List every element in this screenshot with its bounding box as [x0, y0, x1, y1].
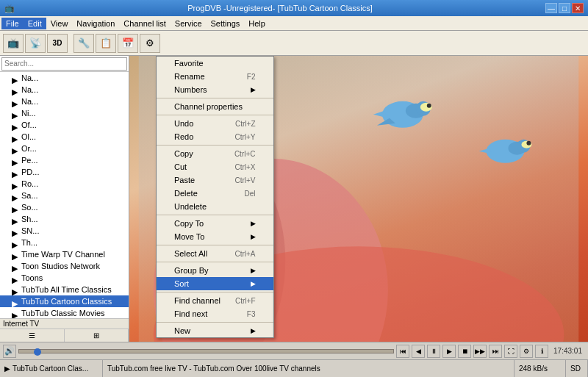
channel-icon: ▶ — [12, 215, 19, 223]
list-item[interactable]: ▶Sh... — [0, 213, 129, 225]
list-item[interactable]: ▶Na... — [0, 96, 129, 107]
prev-button[interactable]: ◀ — [412, 345, 425, 358]
ctx-label: Select All — [174, 249, 207, 258]
tb-playlist-button[interactable]: 📋 — [96, 34, 116, 53]
ctx-cut[interactable]: Cut Ctrl+X — [157, 160, 273, 173]
info-button[interactable]: ℹ — [535, 345, 548, 358]
ctx-label: Undelete — [174, 202, 207, 211]
menu-settings[interactable]: Settings — [207, 18, 245, 29]
ctx-arrow: ▶ — [251, 267, 256, 274]
ctx-sep — [157, 262, 273, 262]
menu-view[interactable]: View — [46, 18, 73, 29]
ctx-paste[interactable]: Paste Ctrl+V — [157, 173, 273, 187]
list-item[interactable]: ▶Of... — [0, 119, 129, 131]
list-item[interactable]: ▶Time Warp TV Channel — [0, 248, 129, 260]
list-item[interactable]: ▶Pe... — [0, 154, 129, 166]
menu-navigation[interactable]: Navigation — [72, 18, 119, 29]
status-channel: ▶ TubTub Cartoon Clas... — [0, 360, 103, 377]
list-item[interactable]: ▶Ni... — [0, 107, 129, 119]
ctx-undelete[interactable]: Undelete — [157, 200, 273, 213]
tb-antenna-button[interactable]: 📡 — [25, 34, 46, 53]
pause-button[interactable]: ⏸ — [427, 345, 440, 358]
ctx-delete[interactable]: Delete Del — [157, 187, 273, 200]
menu-bar: File Edit View Navigation Channel list S… — [0, 16, 588, 31]
list-item[interactable]: ▶Or... — [0, 143, 129, 154]
status-description: TubTub.com free live TV - TubTub.com Ove… — [103, 360, 514, 377]
channel-icon: ▶ — [12, 251, 19, 258]
next-button[interactable]: ▶▶ — [473, 345, 487, 358]
menu-service[interactable]: Service — [171, 18, 207, 29]
progress-thumb[interactable] — [34, 348, 41, 356]
menu-help[interactable]: Help — [244, 18, 270, 29]
fullscreen-button[interactable]: ⛶ — [504, 345, 517, 358]
ctx-numbers[interactable]: Numbers ▶ — [157, 83, 273, 96]
minimize-button[interactable]: — — [545, 3, 557, 13]
menu-file[interactable]: File — [1, 18, 24, 29]
ctx-sort[interactable]: Sort ▶ Unsort By Caption By Number — [157, 277, 273, 290]
menu-channel-list[interactable]: Channel list — [119, 18, 170, 29]
volume-button[interactable]: 🔊 — [3, 345, 16, 358]
list-item[interactable]: ▶Sa... — [0, 190, 129, 201]
ctx-select-all[interactable]: Select All Ctrl+A — [157, 247, 273, 260]
list-item[interactable]: ▶Th... — [0, 237, 129, 248]
ctx-arrow: ▶ — [251, 233, 256, 240]
list-item-selected[interactable]: ▶TubTub Cartoon Classics — [0, 295, 129, 307]
tb-tv-button[interactable]: 📺 — [3, 34, 24, 53]
play-button[interactable]: ▶ — [442, 345, 456, 358]
ctx-label: Copy — [174, 149, 193, 158]
sidebar-icon-grid[interactable]: ⊞ — [65, 329, 129, 342]
ctx-new[interactable]: New ▶ — [157, 324, 273, 337]
ctx-channel-props[interactable]: Channel properties — [157, 100, 273, 113]
list-item[interactable]: ▶Ol... — [0, 131, 129, 143]
sort-submenu: Unsort By Caption By Number ✓ By Type an… — [273, 277, 274, 338]
settings2-button[interactable]: ⚙ — [520, 345, 533, 358]
ctx-group-by[interactable]: Group By ▶ — [157, 264, 273, 277]
ctx-rename[interactable]: Rename F2 — [157, 70, 273, 83]
next-next-button[interactable]: ⏭ — [489, 345, 502, 358]
stop-button[interactable]: ⏹ — [458, 345, 471, 358]
menu-edit[interactable]: Edit — [24, 18, 46, 29]
channel-icon: ▶ — [12, 180, 19, 187]
channel-icon: ▶ — [12, 262, 19, 270]
list-item[interactable]: ▶TubTub All Time Classics — [0, 284, 129, 295]
channel-icon: ▶ — [12, 74, 19, 82]
prev-prev-button[interactable]: ⏮ — [396, 345, 409, 358]
ctx-label: Sort — [174, 279, 189, 288]
ctx-shortcut: Ctrl+Y — [234, 133, 255, 141]
ctx-shortcut: F2 — [247, 73, 256, 81]
ctx-favorite[interactable]: Favorite — [157, 57, 273, 70]
progress-bar[interactable] — [18, 349, 394, 353]
list-item[interactable]: ▶Na... — [0, 84, 129, 96]
tb-tools-button[interactable]: 🔧 — [74, 34, 94, 53]
close-button[interactable]: ✕ — [572, 3, 584, 13]
tb-3d-button[interactable]: 3D — [47, 34, 68, 53]
tb-settings-button[interactable]: ⚙ — [140, 34, 160, 53]
channel-icon: ▶ — [12, 121, 19, 129]
ctx-shortcut: Del — [244, 190, 255, 198]
search-input[interactable] — [1, 57, 127, 71]
maximize-button[interactable]: □ — [559, 3, 570, 13]
ctx-redo[interactable]: Redo Ctrl+Y — [157, 130, 273, 143]
ctx-find-channel[interactable]: Find channel Ctrl+F — [157, 294, 273, 307]
ctx-find-next[interactable]: Find next F3 — [157, 307, 273, 320]
list-item[interactable]: ▶Toons — [0, 272, 129, 284]
channel-list: ▶Na... ▶Na... ▶Na... ▶Ni... ▶Of... ▶Ol..… — [0, 72, 129, 318]
list-item[interactable]: ▶PD... — [0, 166, 129, 178]
list-item[interactable]: ▶Ro... — [0, 178, 129, 190]
tb-epg-button[interactable]: 📅 — [118, 34, 138, 53]
list-item[interactable]: ▶Toon Studios Network — [0, 260, 129, 272]
ctx-move-to[interactable]: Move To ▶ — [157, 230, 273, 243]
list-item[interactable]: ▶Na... — [0, 72, 129, 84]
status-channel-name: TubTub Cartoon Clas... — [12, 365, 88, 373]
ctx-copy[interactable]: Copy Ctrl+C — [157, 147, 273, 160]
list-item[interactable]: ▶SN... — [0, 225, 129, 237]
ctx-undo[interactable]: Undo Ctrl+Z — [157, 117, 273, 130]
list-item[interactable]: ▶TubTub Classic Movies — [0, 307, 129, 318]
ctx-label: Favorite — [174, 59, 204, 68]
sidebar-icon-list[interactable]: ☰ — [0, 329, 65, 342]
title-bar: 📺 ProgDVB -Unregistered- [TubTub Cartoon… — [0, 0, 588, 16]
ctx-label: Group By — [174, 266, 208, 275]
list-item[interactable]: ▶So... — [0, 201, 129, 213]
ctx-sep — [157, 98, 273, 98]
ctx-copy-to[interactable]: Copy To ▶ — [157, 217, 273, 230]
